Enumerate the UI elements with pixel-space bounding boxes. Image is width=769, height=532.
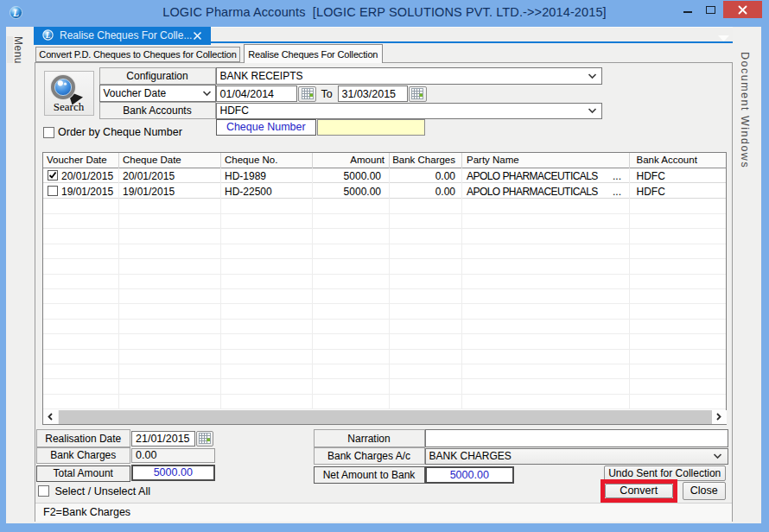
svg-text:L: L (45, 31, 51, 40)
